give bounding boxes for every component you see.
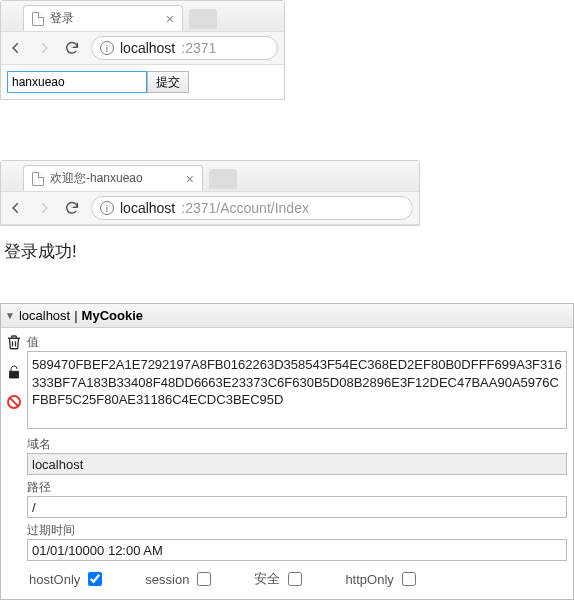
label-path: 路径 [27, 479, 567, 496]
devtools-header[interactable]: ▼ localhost | MyCookie [1, 304, 573, 328]
url-host: localhost [120, 200, 175, 216]
devtools-main: 值 域名 路径 过期时间 hostOnly session 安全 [27, 328, 573, 599]
address-bar[interactable]: i localhost:2371 [91, 36, 278, 60]
cookie-expires-field[interactable] [27, 539, 567, 561]
hostonly-flag[interactable]: hostOnly [29, 569, 105, 589]
login-success-text: 登录成功! [0, 226, 574, 273]
label-value: 值 [27, 334, 567, 351]
nav-toolbar: i localhost:2371/Account/Index [1, 191, 419, 225]
site-info-icon[interactable]: i [100, 201, 114, 215]
tab-title: 登录 [50, 10, 74, 27]
cookie-value-field[interactable] [27, 351, 567, 429]
session-checkbox[interactable] [197, 572, 211, 586]
block-icon[interactable] [4, 392, 24, 412]
label-domain: 域名 [27, 436, 567, 453]
tab-title: 欢迎您-hanxueao [50, 170, 143, 187]
cookie-domain-field[interactable] [27, 453, 567, 475]
site-info-icon[interactable]: i [100, 41, 114, 55]
httponly-checkbox[interactable] [402, 572, 416, 586]
reload-button[interactable] [63, 39, 81, 57]
devtools-cookie-panel: ▼ localhost | MyCookie 值 域名 路径 过期时间 [0, 303, 574, 600]
cookie-name: MyCookie [82, 308, 143, 323]
url-host: localhost [120, 40, 175, 56]
collapse-icon[interactable]: ▼ [5, 310, 15, 321]
browser-tab[interactable]: 登录 × [23, 5, 183, 31]
page-icon [32, 12, 44, 26]
session-flag[interactable]: session [145, 569, 214, 589]
close-icon[interactable]: × [186, 172, 194, 186]
forward-button[interactable] [35, 39, 53, 57]
secure-flag[interactable]: 安全 [254, 569, 305, 589]
browser-window-login: 登录 × i localhost:2371 提交 [0, 0, 285, 100]
back-button[interactable] [7, 39, 25, 57]
cookie-path-field[interactable] [27, 496, 567, 518]
devtools-side-actions [1, 328, 27, 599]
delete-icon[interactable] [4, 332, 24, 352]
page-content: 提交 [1, 65, 284, 99]
hostonly-checkbox[interactable] [88, 572, 102, 586]
forward-button[interactable] [35, 199, 53, 217]
label-expires: 过期时间 [27, 522, 567, 539]
tab-bar: 登录 × [1, 1, 284, 31]
new-tab-button[interactable] [209, 169, 237, 189]
url-rest: :2371 [181, 40, 216, 56]
url-rest: :2371/Account/Index [181, 200, 309, 216]
page-icon [32, 172, 44, 186]
browser-tab[interactable]: 欢迎您-hanxueao × [23, 165, 203, 191]
lock-icon[interactable] [4, 362, 24, 382]
svg-line-1 [10, 398, 18, 406]
submit-button[interactable]: 提交 [147, 71, 189, 93]
address-bar[interactable]: i localhost:2371/Account/Index [91, 196, 413, 220]
cookie-host: localhost [19, 308, 70, 323]
close-icon[interactable]: × [166, 12, 174, 26]
username-input[interactable] [7, 71, 147, 93]
tab-bar: 欢迎您-hanxueao × [1, 161, 419, 191]
new-tab-button[interactable] [189, 9, 217, 29]
httponly-flag[interactable]: httpOnly [345, 569, 418, 589]
secure-checkbox[interactable] [288, 572, 302, 586]
back-button[interactable] [7, 199, 25, 217]
nav-toolbar: i localhost:2371 [1, 31, 284, 65]
reload-button[interactable] [63, 199, 81, 217]
browser-window-welcome: 欢迎您-hanxueao × i localhost:2371/Account/… [0, 160, 420, 226]
